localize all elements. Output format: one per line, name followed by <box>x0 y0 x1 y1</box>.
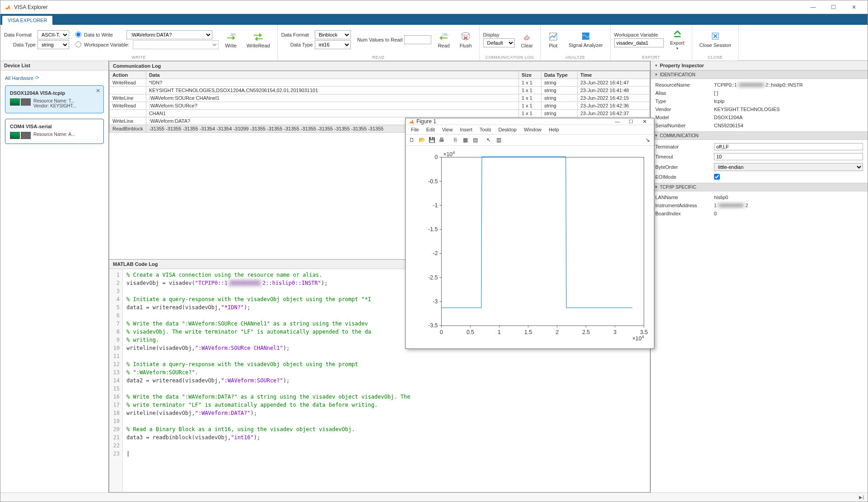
figure-menu-item[interactable]: Tools <box>476 126 495 133</box>
workspace-variable-select[interactable] <box>133 40 219 49</box>
flush-button[interactable]: Flush <box>456 29 476 50</box>
write-button[interactable]: ...001 Write <box>221 29 240 50</box>
device-card[interactable]: ✕ DSOX1204A VISA-tcpip Resource Name: T.… <box>5 85 104 113</box>
write-data-type-select[interactable]: string <box>37 40 69 49</box>
log-column-header[interactable]: Data <box>146 71 518 79</box>
prop-select[interactable]: little-endian <box>714 163 863 171</box>
figure-menu-item[interactable]: Desktop <box>495 126 520 133</box>
figure-titlebar[interactable]: Figure 1 — ☐ ✕ <box>406 118 654 125</box>
log-row[interactable]: WriteRead*IDN?1 x 1string23-Jun-2022 16:… <box>110 79 650 87</box>
prop-key: Alias <box>655 90 714 96</box>
display-select[interactable]: Default <box>483 38 515 47</box>
open-icon[interactable]: 📂 <box>417 135 426 144</box>
log-column-header[interactable]: Time <box>578 71 650 79</box>
legend-icon[interactable]: ▤ <box>471 135 480 144</box>
figure-menu-item[interactable]: File <box>407 126 423 133</box>
prop-input[interactable] <box>714 143 863 150</box>
pointer-icon[interactable]: ↖ <box>484 135 493 144</box>
wsvar-input[interactable] <box>614 38 664 47</box>
figure-menu-item[interactable]: Window <box>520 126 545 133</box>
prop-row: Typetcpip <box>651 97 868 105</box>
new-figure-icon[interactable]: 🗋 <box>407 135 416 144</box>
read-icon: 100... <box>439 31 449 42</box>
device-meta: Resource Name: T... Vendor: KEYSIGHT... <box>33 98 99 108</box>
figure-menu-item[interactable]: Edit <box>423 126 439 133</box>
figure-title: Figure 1 <box>416 118 611 125</box>
device-card[interactable]: COM4 VISA-serial Resource Name: A... <box>5 119 104 144</box>
figure-axes[interactable]: -3.5-3-2.5-2-1.5-1-0.5000.511.522.533.5×… <box>406 146 654 349</box>
prop-checkbox[interactable] <box>714 174 720 180</box>
close-session-button[interactable]: Close Session <box>696 29 735 50</box>
read-data-type-select[interactable]: int16 <box>315 40 351 49</box>
figure-menu-item[interactable]: View <box>439 126 457 133</box>
svg-text:...001: ...001 <box>228 33 236 36</box>
prop-value: 0 <box>714 211 863 216</box>
save-icon[interactable]: 💾 <box>427 135 436 144</box>
export-icon <box>672 28 683 39</box>
figure-menu-item[interactable]: Insert <box>456 126 476 133</box>
data-to-write-radio[interactable] <box>75 32 81 37</box>
device-filter[interactable]: All Hardware ⟳ <box>5 75 39 81</box>
figure-maximize-button[interactable]: ☐ <box>624 119 638 125</box>
prop-row: ByteOrderlittle-endian <box>651 162 868 172</box>
maximize-button[interactable]: ☐ <box>823 1 844 14</box>
num-values-label: Num Values to Read <box>357 37 403 42</box>
prop-row: Alias[ ] <box>651 89 868 97</box>
data-to-write-input[interactable]: :WAVeform:DATA? <box>126 30 212 39</box>
figure-minimize-button[interactable]: — <box>611 119 624 124</box>
prop-input[interactable] <box>714 153 863 160</box>
log-row[interactable]: WriteRead:WAVeform:SOURce?1 x 1string23-… <box>110 102 650 110</box>
write-icon: ...001 <box>225 31 236 42</box>
colorbar-icon[interactable]: ▦ <box>461 135 470 144</box>
log-row[interactable]: WriteLine:WAVeform:SOURce CHANnel11 x 1s… <box>110 94 650 102</box>
log-column-header[interactable]: Data Type <box>541 71 578 79</box>
flush-icon <box>460 31 471 42</box>
prop-value: CN59206154 <box>714 123 863 128</box>
svg-text:0: 0 <box>434 154 438 160</box>
app-window: VISA Explorer — ☐ ✕ VISA EXPLORER Data F… <box>0 0 868 502</box>
plot-button[interactable]: Plot <box>544 29 562 50</box>
close-button[interactable]: ✕ <box>844 1 864 14</box>
svg-text:-1: -1 <box>433 202 438 209</box>
log-column-header[interactable]: Action <box>110 71 146 79</box>
log-row[interactable]: KEYSIGHT TECHNOLOGIES,DSOX1204A,CN592061… <box>110 87 650 94</box>
signal-analyzer-button[interactable]: Signal Analyzer <box>565 29 607 50</box>
refresh-icon[interactable]: ⟳ <box>35 75 39 81</box>
writeread-button[interactable]: WriteRead <box>243 29 274 50</box>
edit-plot-icon[interactable]: ▥ <box>494 135 503 144</box>
num-values-input[interactable] <box>404 35 431 44</box>
read-button[interactable]: 100... Read <box>434 29 453 50</box>
write-data-type-label: Data Type <box>4 42 36 47</box>
prop-value: KEYSIGHT TECHNOLOGIES <box>714 107 863 112</box>
prop-key: Type <box>655 98 714 104</box>
prop-section-header[interactable]: ▼ TCP/IP SPECIFIC <box>651 183 868 191</box>
read-data-format-select[interactable]: Binblock <box>315 30 351 39</box>
export-button[interactable]: Export ▼ <box>667 27 688 52</box>
workspace-variable-radio[interactable] <box>75 42 81 47</box>
read-data-format-label: Data Format <box>281 32 313 37</box>
dock-icon[interactable]: ↘ <box>643 135 652 144</box>
svg-text:1: 1 <box>498 329 501 335</box>
device-card-close-icon[interactable]: ✕ <box>94 88 102 95</box>
tab-visa-explorer[interactable]: VISA EXPLORER <box>2 16 52 25</box>
clear-button[interactable]: Clear <box>518 29 537 50</box>
read-group: Data Format Binblock Data Type int16 Num… <box>278 25 480 60</box>
svg-text:3: 3 <box>613 329 616 335</box>
prop-section-header[interactable]: ▼ IDENTIFICATION <box>651 70 868 79</box>
log-column-header[interactable]: Size <box>519 71 541 79</box>
log-row[interactable]: CHAN11 x 1string23-Jun-2022 16:42:37 <box>110 110 650 117</box>
svg-text:-0.5: -0.5 <box>428 178 438 185</box>
device-list-header: Device List <box>0 61 108 70</box>
writeread-icon <box>253 31 264 42</box>
figure-window[interactable]: Figure 1 — ☐ ✕ FileEditViewInsertToolsDe… <box>405 118 654 349</box>
prop-key: Terminator <box>655 144 714 149</box>
write-data-format-select[interactable]: ASCII-T... <box>37 30 69 39</box>
communication-log-header: Communication Log <box>109 61 650 71</box>
figure-close-button[interactable]: ✕ <box>638 119 651 125</box>
link-icon[interactable]: ⎘ <box>451 135 460 144</box>
prop-section-header[interactable]: ▼ COMMUNICATION <box>651 131 868 140</box>
print-icon[interactable]: 🖶 <box>437 135 446 144</box>
minimize-button[interactable]: — <box>803 1 823 14</box>
figure-menu-item[interactable]: Help <box>545 126 563 133</box>
svg-text:-2: -2 <box>433 251 438 257</box>
